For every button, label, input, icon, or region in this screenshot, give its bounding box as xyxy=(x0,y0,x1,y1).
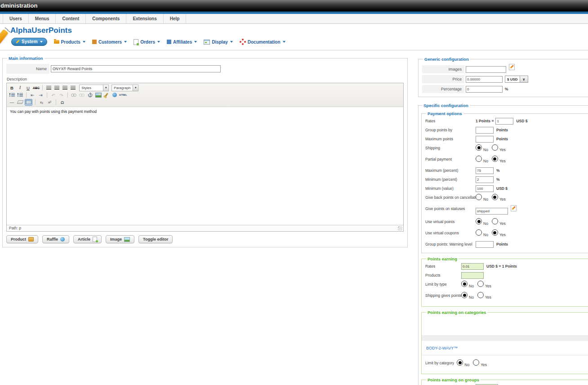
radio-no[interactable] xyxy=(457,359,463,366)
menubar-item-content[interactable]: Content xyxy=(56,14,86,23)
menubar-item-users[interactable]: Users xyxy=(3,14,29,23)
italic-icon[interactable]: I xyxy=(17,85,23,91)
radio-yes[interactable] xyxy=(492,144,498,151)
shipping-gives-points-row: Shipping gives points No Yes xyxy=(425,292,588,303)
radio-yes[interactable] xyxy=(492,218,498,224)
panel-legend: Generic configuration xyxy=(423,57,470,62)
payment-rates-input[interactable] xyxy=(495,118,513,125)
menubar-item-help[interactable]: Help xyxy=(164,14,187,23)
product-button[interactable]: Product xyxy=(6,235,38,243)
radio-no[interactable] xyxy=(476,194,482,200)
system-menu-button[interactable]: System xyxy=(11,38,47,46)
display-menu[interactable]: Display xyxy=(204,40,233,45)
undo-icon[interactable]: ↶ xyxy=(50,92,57,98)
affiliates-menu[interactable]: Affiliates xyxy=(167,40,197,45)
radio-yes[interactable] xyxy=(492,194,498,200)
maximum-points-row: Maximum points Points xyxy=(425,135,588,144)
customers-menu[interactable]: Customers xyxy=(92,40,127,45)
special-character-icon[interactable]: Ω xyxy=(59,99,66,105)
percentage-input[interactable] xyxy=(466,86,503,93)
strikethrough-icon[interactable]: ABC xyxy=(33,85,40,91)
maximum-points-input[interactable] xyxy=(476,136,494,143)
minimum-value-input[interactable] xyxy=(476,185,494,192)
points-earning-groups-panel: Points earning on groups Public xyxy=(421,377,588,385)
outdent-icon[interactable]: ⇤ xyxy=(29,92,36,98)
category-link[interactable]: BODY-2-WAVY™ xyxy=(426,346,588,350)
statuses-input[interactable] xyxy=(476,208,508,215)
anchor-icon[interactable] xyxy=(87,92,94,98)
radio-yes[interactable] xyxy=(492,229,498,236)
help-icon[interactable] xyxy=(111,92,118,98)
ordered-list-icon[interactable] xyxy=(17,92,23,98)
editor-toolbar-row-2: ⇤ ⇥ ↶ ↷ HTML xyxy=(9,91,401,98)
align-center-icon[interactable] xyxy=(53,85,60,91)
radio-no[interactable] xyxy=(476,156,482,162)
products-menu[interactable]: Products xyxy=(54,40,85,45)
warning-level-input[interactable] xyxy=(476,241,494,248)
maximum-percent-input[interactable] xyxy=(476,167,494,174)
editor-buttons-row: Product Raffle Article Image Toggle edit… xyxy=(6,235,404,243)
paragraph-dropdown[interactable]: Paragraph ▼ xyxy=(111,85,138,91)
limit-by-category-radio-group: No Yes xyxy=(457,359,490,367)
radio-yes[interactable] xyxy=(473,359,479,366)
toggle-editor-button[interactable]: Toggle editor xyxy=(138,235,173,243)
editor-content[interactable]: You can pay with points using this payme… xyxy=(7,107,403,225)
subscript-icon[interactable]: x₂ xyxy=(38,99,45,105)
menubar-item-menus[interactable]: Menus xyxy=(29,14,56,23)
superscript-icon[interactable]: x² xyxy=(46,99,53,105)
underline-icon[interactable]: U xyxy=(25,85,31,91)
remove-format-icon[interactable] xyxy=(17,99,23,105)
align-left-icon[interactable] xyxy=(45,85,52,91)
earning-rates-input[interactable] xyxy=(461,263,484,270)
edit-icon[interactable] xyxy=(509,64,515,70)
insert-image-icon[interactable] xyxy=(95,92,102,98)
documentation-menu[interactable]: Documentation xyxy=(240,39,285,45)
price-input[interactable] xyxy=(466,76,503,83)
table-icon[interactable] xyxy=(25,99,32,106)
percentage-row: Percentage % xyxy=(422,85,588,93)
radio-yes[interactable] xyxy=(477,281,484,287)
align-right-icon[interactable] xyxy=(62,85,68,91)
divider xyxy=(422,355,588,355)
name-input[interactable] xyxy=(51,65,221,72)
panel-legend: Specific configuration xyxy=(422,103,470,108)
radio-no[interactable] xyxy=(476,144,482,151)
redo-icon[interactable]: ↷ xyxy=(58,92,65,98)
horizontal-rule-icon[interactable]: — xyxy=(9,99,15,105)
align-justify-icon[interactable] xyxy=(70,85,76,91)
article-button[interactable]: Article xyxy=(73,235,102,243)
styles-dropdown[interactable]: Styles ▼ xyxy=(79,85,109,91)
indent-icon[interactable]: ⇥ xyxy=(37,92,44,98)
cleanup-icon[interactable] xyxy=(103,92,110,98)
limit-by-category-row: Limit by category No Yes xyxy=(425,359,588,371)
earning-products-input[interactable] xyxy=(461,272,484,279)
images-input[interactable] xyxy=(466,66,506,73)
edit-icon[interactable] xyxy=(511,205,517,211)
unordered-list-icon[interactable] xyxy=(9,92,15,98)
radio-yes[interactable] xyxy=(492,156,498,162)
link-icon[interactable] xyxy=(71,92,77,98)
html-source-icon[interactable]: HTML xyxy=(119,92,127,98)
bold-icon[interactable]: B xyxy=(9,85,15,91)
menubar-item-extensions[interactable]: Extensions xyxy=(126,14,163,23)
image-button[interactable]: Image xyxy=(106,235,134,243)
radio-yes[interactable] xyxy=(477,292,484,298)
menubar-item-components[interactable]: Components xyxy=(86,14,126,23)
raffle-button[interactable]: Raffle xyxy=(42,235,69,243)
rates-row: Rates 1 Points = USD $ xyxy=(425,117,588,126)
group-points-by-input[interactable] xyxy=(476,127,494,134)
earning-rates-row: Rates USD $ = 1 Points xyxy=(425,263,588,272)
resize-handle-icon[interactable] xyxy=(398,226,402,231)
radio-no[interactable] xyxy=(476,218,482,224)
chevron-down-icon xyxy=(194,41,197,43)
panel-legend: Points earning xyxy=(426,256,459,261)
unlink-icon[interactable] xyxy=(79,92,85,98)
generic-configuration-panel: Generic configuration Images Price $ USD… xyxy=(418,57,588,97)
radio-no[interactable] xyxy=(476,229,482,236)
orders-menu[interactable]: Orders xyxy=(134,39,160,45)
radio-no[interactable] xyxy=(461,292,468,298)
radio-no[interactable] xyxy=(461,281,468,287)
minimum-percent-input[interactable] xyxy=(476,176,494,183)
currency-select[interactable]: $ USD ∨ xyxy=(505,76,528,83)
points-earning-panel: Points earning Rates USD $ = 1 Points Pr… xyxy=(421,256,588,307)
